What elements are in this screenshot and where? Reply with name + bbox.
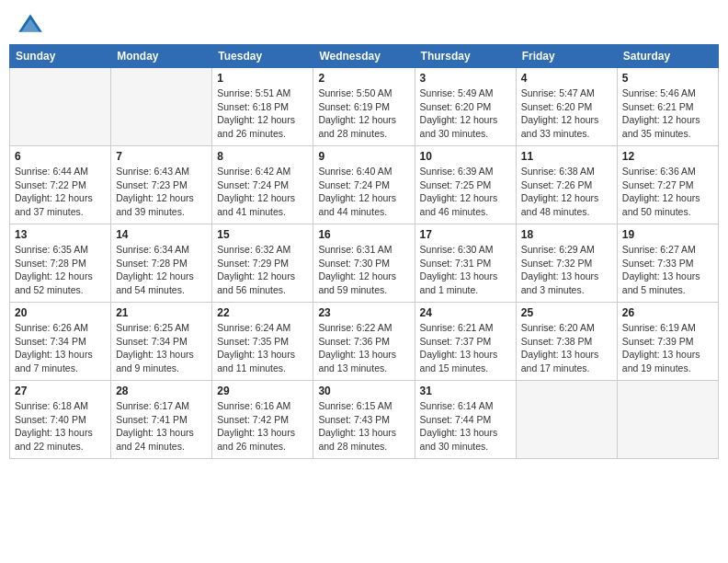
- day-info: Sunrise: 6:20 AMSunset: 7:38 PMDaylight:…: [521, 321, 612, 375]
- calendar-cell: 18Sunrise: 6:29 AMSunset: 7:32 PMDayligh…: [516, 224, 617, 303]
- day-info: Sunrise: 6:36 AMSunset: 7:27 PMDaylight:…: [622, 165, 713, 219]
- week-row-5: 27Sunrise: 6:18 AMSunset: 7:40 PMDayligh…: [10, 381, 719, 459]
- day-info: Sunrise: 5:51 AMSunset: 6:18 PMDaylight:…: [217, 86, 308, 141]
- page-header: [9, 9, 719, 39]
- day-info: Sunrise: 6:42 AMSunset: 7:24 PMDaylight:…: [217, 165, 308, 219]
- day-number: 14: [116, 228, 207, 241]
- calendar-cell: 8Sunrise: 6:42 AMSunset: 7:24 PMDaylight…: [212, 146, 313, 224]
- calendar-cell: [617, 381, 718, 459]
- day-info: Sunrise: 5:46 AMSunset: 6:21 PMDaylight:…: [622, 86, 713, 141]
- day-info: Sunrise: 6:15 AMSunset: 7:43 PMDaylight:…: [318, 399, 409, 454]
- day-info: Sunrise: 6:22 AMSunset: 7:36 PMDaylight:…: [318, 321, 409, 375]
- calendar-cell: 19Sunrise: 6:27 AMSunset: 7:33 PMDayligh…: [617, 224, 718, 303]
- day-number: 7: [116, 150, 207, 163]
- calendar-cell: 31Sunrise: 6:14 AMSunset: 7:44 PMDayligh…: [415, 381, 516, 459]
- day-info: Sunrise: 6:30 AMSunset: 7:31 PMDaylight:…: [420, 243, 511, 297]
- calendar-cell: 21Sunrise: 6:25 AMSunset: 7:34 PMDayligh…: [111, 303, 212, 381]
- calendar-cell: 25Sunrise: 6:20 AMSunset: 7:38 PMDayligh…: [516, 303, 617, 381]
- calendar-cell: 1Sunrise: 5:51 AMSunset: 6:18 PMDaylight…: [212, 68, 313, 146]
- day-number: 30: [318, 385, 409, 397]
- day-number: 21: [116, 306, 207, 319]
- day-info: Sunrise: 6:17 AMSunset: 7:41 PMDaylight:…: [116, 399, 207, 454]
- header-friday: Friday: [516, 45, 617, 68]
- calendar-cell: 14Sunrise: 6:34 AMSunset: 7:28 PMDayligh…: [111, 224, 212, 303]
- calendar-cell: 17Sunrise: 6:30 AMSunset: 7:31 PMDayligh…: [415, 224, 516, 303]
- day-info: Sunrise: 6:24 AMSunset: 7:35 PMDaylight:…: [217, 321, 308, 375]
- week-row-1: 1Sunrise: 5:51 AMSunset: 6:18 PMDaylight…: [10, 68, 719, 146]
- day-info: Sunrise: 6:26 AMSunset: 7:34 PMDaylight:…: [15, 321, 106, 375]
- day-info: Sunrise: 6:34 AMSunset: 7:28 PMDaylight:…: [116, 243, 207, 297]
- calendar-cell: 29Sunrise: 6:16 AMSunset: 7:42 PMDayligh…: [212, 381, 313, 459]
- calendar-cell: 4Sunrise: 5:47 AMSunset: 6:20 PMDaylight…: [516, 68, 617, 146]
- calendar-cell: 5Sunrise: 5:46 AMSunset: 6:21 PMDaylight…: [617, 68, 718, 146]
- calendar-cell: 20Sunrise: 6:26 AMSunset: 7:34 PMDayligh…: [10, 303, 111, 381]
- day-info: Sunrise: 6:29 AMSunset: 7:32 PMDaylight:…: [521, 243, 612, 297]
- day-number: 20: [15, 306, 106, 319]
- day-number: 3: [420, 72, 511, 85]
- day-number: 23: [318, 306, 409, 319]
- day-info: Sunrise: 6:32 AMSunset: 7:29 PMDaylight:…: [217, 243, 308, 297]
- calendar-cell: 23Sunrise: 6:22 AMSunset: 7:36 PMDayligh…: [313, 303, 415, 381]
- day-info: Sunrise: 5:50 AMSunset: 6:19 PMDaylight:…: [318, 86, 409, 141]
- calendar-body: 1Sunrise: 5:51 AMSunset: 6:18 PMDaylight…: [10, 68, 719, 459]
- calendar-cell: 6Sunrise: 6:44 AMSunset: 7:22 PMDaylight…: [10, 146, 111, 224]
- calendar-cell: 12Sunrise: 6:36 AMSunset: 7:27 PMDayligh…: [617, 146, 718, 224]
- calendar-cell: [516, 381, 617, 459]
- day-number: 17: [420, 228, 511, 241]
- day-number: 10: [420, 150, 511, 163]
- header-thursday: Thursday: [415, 45, 516, 68]
- day-info: Sunrise: 6:19 AMSunset: 7:39 PMDaylight:…: [622, 321, 713, 375]
- calendar-cell: 24Sunrise: 6:21 AMSunset: 7:37 PMDayligh…: [415, 303, 516, 381]
- calendar-cell: 22Sunrise: 6:24 AMSunset: 7:35 PMDayligh…: [212, 303, 313, 381]
- calendar-cell: 30Sunrise: 6:15 AMSunset: 7:43 PMDayligh…: [313, 381, 415, 459]
- day-info: Sunrise: 6:38 AMSunset: 7:26 PMDaylight:…: [521, 165, 612, 219]
- week-row-4: 20Sunrise: 6:26 AMSunset: 7:34 PMDayligh…: [10, 303, 719, 381]
- day-info: Sunrise: 6:44 AMSunset: 7:22 PMDaylight:…: [15, 165, 106, 219]
- calendar-cell: 16Sunrise: 6:31 AMSunset: 7:30 PMDayligh…: [313, 224, 415, 303]
- day-number: 5: [622, 72, 713, 85]
- calendar-header-row: SundayMondayTuesdayWednesdayThursdayFrid…: [10, 45, 719, 68]
- day-info: Sunrise: 6:18 AMSunset: 7:40 PMDaylight:…: [15, 399, 106, 454]
- day-number: 4: [521, 72, 612, 85]
- header-sunday: Sunday: [10, 45, 111, 68]
- calendar-cell: 7Sunrise: 6:43 AMSunset: 7:23 PMDaylight…: [111, 146, 212, 224]
- day-number: 28: [116, 385, 207, 397]
- day-info: Sunrise: 5:47 AMSunset: 6:20 PMDaylight:…: [521, 86, 612, 141]
- week-row-3: 13Sunrise: 6:35 AMSunset: 7:28 PMDayligh…: [10, 224, 719, 303]
- day-number: 1: [217, 72, 308, 85]
- day-number: 2: [318, 72, 409, 85]
- day-number: 24: [420, 306, 511, 319]
- calendar-cell: 9Sunrise: 6:40 AMSunset: 7:24 PMDaylight…: [313, 146, 415, 224]
- logo: [17, 13, 48, 35]
- calendar-cell: 13Sunrise: 6:35 AMSunset: 7:28 PMDayligh…: [10, 224, 111, 303]
- header-monday: Monday: [111, 45, 212, 68]
- day-info: Sunrise: 6:14 AMSunset: 7:44 PMDaylight:…: [420, 399, 511, 454]
- calendar-cell: [10, 68, 111, 146]
- calendar-cell: 26Sunrise: 6:19 AMSunset: 7:39 PMDayligh…: [617, 303, 718, 381]
- calendar-cell: 10Sunrise: 6:39 AMSunset: 7:25 PMDayligh…: [415, 146, 516, 224]
- week-row-2: 6Sunrise: 6:44 AMSunset: 7:22 PMDaylight…: [10, 146, 719, 224]
- calendar-cell: 27Sunrise: 6:18 AMSunset: 7:40 PMDayligh…: [10, 381, 111, 459]
- calendar-cell: 15Sunrise: 6:32 AMSunset: 7:29 PMDayligh…: [212, 224, 313, 303]
- calendar-cell: 11Sunrise: 6:38 AMSunset: 7:26 PMDayligh…: [516, 146, 617, 224]
- day-info: Sunrise: 5:49 AMSunset: 6:20 PMDaylight:…: [420, 86, 511, 141]
- day-number: 13: [15, 228, 106, 241]
- day-number: 25: [521, 306, 612, 319]
- day-info: Sunrise: 6:43 AMSunset: 7:23 PMDaylight:…: [116, 165, 207, 219]
- day-number: 8: [217, 150, 308, 163]
- day-number: 27: [15, 385, 106, 397]
- calendar-cell: [111, 68, 212, 146]
- day-info: Sunrise: 6:40 AMSunset: 7:24 PMDaylight:…: [318, 165, 409, 219]
- day-number: 19: [622, 228, 713, 241]
- day-number: 9: [318, 150, 409, 163]
- day-number: 26: [622, 306, 713, 319]
- day-info: Sunrise: 6:35 AMSunset: 7:28 PMDaylight:…: [15, 243, 106, 297]
- day-number: 22: [217, 306, 308, 319]
- calendar-cell: 3Sunrise: 5:49 AMSunset: 6:20 PMDaylight…: [415, 68, 516, 146]
- day-number: 29: [217, 385, 308, 397]
- header-tuesday: Tuesday: [212, 45, 313, 68]
- day-info: Sunrise: 6:39 AMSunset: 7:25 PMDaylight:…: [420, 165, 511, 219]
- day-number: 31: [420, 385, 511, 397]
- calendar-table: SundayMondayTuesdayWednesdayThursdayFrid…: [9, 44, 719, 459]
- day-number: 15: [217, 228, 308, 241]
